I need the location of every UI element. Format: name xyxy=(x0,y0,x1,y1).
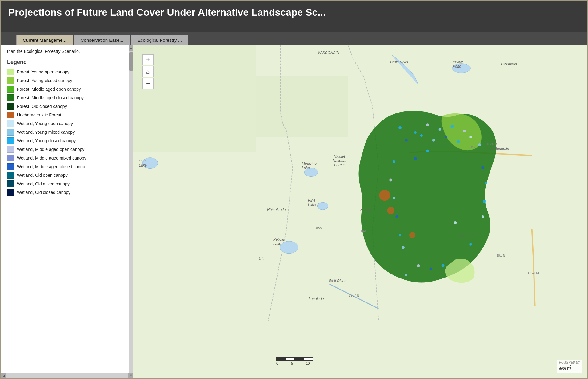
legend-swatch-7 xyxy=(7,129,14,136)
scroll-track[interactable] xyxy=(129,51,133,373)
page-title: Projections of Future Land Cover Under A… xyxy=(8,6,326,18)
legend-label-3: Forest, Middle aged closed canopy xyxy=(17,95,84,100)
left-panel: than the Ecological Forestry Scenario. L… xyxy=(1,45,133,378)
legend-item-14: Wetland, Old closed canopy xyxy=(7,189,127,196)
legend-label-12: Wetland, Old open canopy xyxy=(17,173,68,178)
scale-label-5: 5 xyxy=(291,361,293,365)
legend-title: Legend xyxy=(7,59,127,65)
main-content: than the Ecological Forestry Scenario. L… xyxy=(1,45,587,378)
legend-label-11: Wetland, Middle aged closed canop xyxy=(17,164,85,169)
legend-item-13: Wetland, Old mixed canopy xyxy=(7,180,127,187)
legend-label-2: Forest, Middle aged open canopy xyxy=(17,87,81,92)
legend-swatch-9 xyxy=(7,146,14,153)
legend-item-8: Wetland, Young closed canopy xyxy=(7,137,127,144)
legend-item-2: Forest, Middle aged open canopy xyxy=(7,86,127,93)
scroll-down-arrow[interactable]: ▼ xyxy=(129,373,133,378)
legend-label-10: Wetland, Middle aged mixed canopy xyxy=(17,156,86,160)
legend-swatch-14 xyxy=(7,189,14,196)
legend-swatch-12 xyxy=(7,172,14,179)
legend-swatch-6 xyxy=(7,120,14,127)
horizontal-scrollbar[interactable]: ◀ ▶ xyxy=(1,373,133,378)
legend-item-9: Wetland, Middle aged open canopy xyxy=(7,146,127,153)
legend-label-5: Uncharacteristic Forest xyxy=(17,113,61,117)
scroll-up-arrow[interactable]: ▲ xyxy=(129,45,133,51)
legend-label-7: Wetland, Young mixed canopy xyxy=(17,130,75,135)
legend-item-5: Uncharacteristic Forest xyxy=(7,112,127,118)
home-button[interactable]: ⌂ xyxy=(142,66,154,77)
legend-label-0: Forest, Young open canopy xyxy=(17,69,69,74)
legend-item-7: Wetland, Young mixed canopy xyxy=(7,129,127,136)
scale-label-10mi: 10mi xyxy=(306,361,313,365)
legend-item-0: Forest, Young open canopy xyxy=(7,69,127,75)
legend-swatch-3 xyxy=(7,94,14,101)
legend-item-3: Forest, Middle aged closed canopy xyxy=(7,94,127,101)
legend-item-11: Wetland, Middle aged closed canop xyxy=(7,163,127,170)
legend-swatch-4 xyxy=(7,103,14,110)
legend-label-9: Wetland, Middle aged open canopy xyxy=(17,147,84,152)
tab-conservation-ease[interactable]: Conservation Ease... xyxy=(74,35,130,45)
legend-label-14: Wetland, Old closed canopy xyxy=(17,190,70,195)
tabs-bar: Current Manageme... Conservation Ease...… xyxy=(1,32,587,45)
legend-item-6: Wetland, Young open canopy xyxy=(7,120,127,127)
panel-description: than the Ecological Forestry Scenario. xyxy=(7,48,127,55)
esri-name-text: esri xyxy=(559,364,571,372)
legend-item-10: Wetland, Middle aged mixed canopy xyxy=(7,155,127,161)
zoom-out-button[interactable]: − xyxy=(142,78,154,89)
legend-swatch-10 xyxy=(7,155,14,161)
scale-label-0: 0 xyxy=(276,361,278,365)
esri-logo: POWERED BY esri xyxy=(557,360,582,373)
legend-swatch-0 xyxy=(7,69,14,75)
legend-label-13: Wetland, Old mixed canopy xyxy=(17,181,70,186)
vertical-scrollbar[interactable]: ▲ ▼ xyxy=(129,45,133,378)
legend-swatch-1 xyxy=(7,77,14,84)
legend-list: Forest, Young open canopyForest, Young c… xyxy=(7,69,127,196)
scroll-left-arrow[interactable]: ◀ xyxy=(1,373,6,378)
legend-swatch-8 xyxy=(7,137,14,144)
legend-label-8: Wetland, Young closed canopy xyxy=(17,138,76,143)
legend-swatch-5 xyxy=(7,112,14,118)
h-scroll-track[interactable] xyxy=(6,373,128,378)
map-background xyxy=(133,45,587,378)
map-area[interactable]: WISCONSIN Brule River PeavyPond Dickinso… xyxy=(133,45,587,378)
zoom-in-button[interactable]: + xyxy=(142,54,154,65)
legend-swatch-2 xyxy=(7,86,14,93)
legend-label-1: Forest, Young closed canopy xyxy=(17,78,72,83)
tab-ecological-forestry[interactable]: Ecological Forestry ... xyxy=(131,35,188,45)
panel-scroll-area[interactable]: than the Ecological Forestry Scenario. L… xyxy=(1,45,133,373)
app-header: Projections of Future Land Cover Under A… xyxy=(1,1,587,32)
legend-label-4: Forest, Old closed canopy xyxy=(17,104,67,109)
legend-item-1: Forest, Young closed canopy xyxy=(7,77,127,84)
map-controls: + ⌂ − xyxy=(142,54,154,89)
legend-item-12: Wetland, Old open canopy xyxy=(7,172,127,179)
legend-item-4: Forest, Old closed canopy xyxy=(7,103,127,110)
powered-by-text: POWERED BY xyxy=(559,361,580,364)
legend-swatch-11 xyxy=(7,163,14,170)
legend-label-6: Wetland, Young open canopy xyxy=(17,121,73,126)
tab-current-management[interactable]: Current Manageme... xyxy=(16,35,73,45)
scale-bar: 0 5 10mi xyxy=(276,357,313,365)
legend-swatch-13 xyxy=(7,180,14,187)
scroll-thumb[interactable] xyxy=(129,52,133,71)
